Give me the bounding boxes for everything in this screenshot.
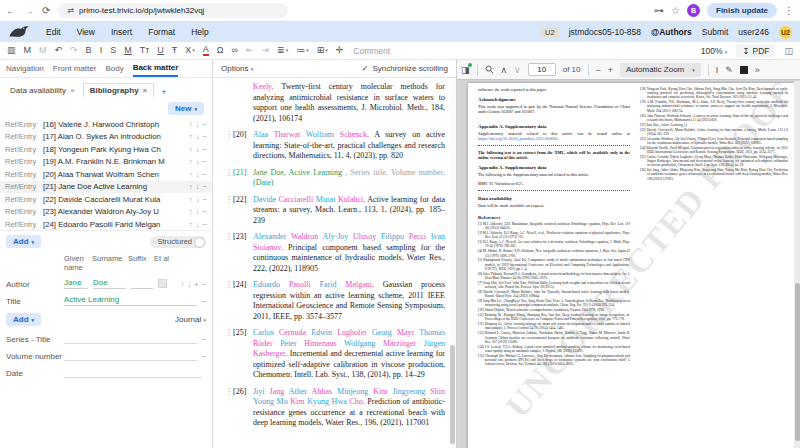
italic-icon[interactable]: I xyxy=(100,46,103,55)
remove-row-icon[interactable]: − xyxy=(203,207,207,216)
more-tools-icon[interactable]: » xyxy=(755,65,760,75)
browser-profile-avatar[interactable]: B xyxy=(687,4,700,17)
strikethrough-icon[interactable]: Ŧ xyxy=(172,46,178,55)
back-icon[interactable]: ← xyxy=(6,6,16,16)
reference-entry[interactable]: ⋮[21]Jane Doe, Active Learning , Series … xyxy=(226,168,445,189)
close-icon[interactable]: × xyxy=(70,86,75,95)
zoom-out-icon[interactable]: − xyxy=(596,65,601,75)
move-up-icon[interactable]: ↑ xyxy=(189,145,193,154)
new-entry-button[interactable]: New▾ xyxy=(168,102,204,115)
doi-link[interactable]: https://doi.org/10.1016/j.jstmdocs.2025.… xyxy=(478,136,559,141)
reload-icon[interactable]: ⟳ xyxy=(42,6,50,16)
pdf-sidebar-toggle-icon[interactable]: ◨ xyxy=(461,65,470,75)
row-reference-text[interactable]: [21] Jane Doe Active Learning xyxy=(43,182,186,191)
suffix-field[interactable] xyxy=(131,278,153,289)
forward-icon[interactable]: → xyxy=(24,6,34,16)
reference-row[interactable]: Ref/Entry[21] Jane Doe Active Learning↑↓… xyxy=(0,181,212,194)
zoom-select-dropdown[interactable]: Automatic Zoom▾ xyxy=(620,63,701,77)
row-reference-text[interactable]: [17] Alan O. Sykes An introduction xyxy=(43,132,186,141)
move-down-icon[interactable]: ↓ xyxy=(196,157,200,166)
menu-edit[interactable]: Edit xyxy=(46,27,61,37)
find-next-icon[interactable]: ∨ xyxy=(514,65,521,75)
link-icon[interactable]: ∞ xyxy=(232,46,238,55)
underline-icon[interactable]: U xyxy=(157,46,164,55)
passkey-icon[interactable]: ⊶ xyxy=(654,6,664,16)
move-up-icon[interactable]: ↑ xyxy=(189,220,193,229)
move-up-icon[interactable]: ↑ xyxy=(189,182,193,191)
reference-entry[interactable]: ⋮[24]Edoardo Pasolli Farid Melgani, Gaus… xyxy=(226,280,445,322)
volume-number-field[interactable] xyxy=(64,350,197,361)
site-settings-icon[interactable]: ⇄ xyxy=(67,6,74,15)
reference-entry[interactable]: ⋮[22]Davide Cacciarelli Murat Kulahci, A… xyxy=(226,195,445,227)
move-down-icon[interactable]: ↓ xyxy=(196,195,200,204)
move-down-icon[interactable]: ↓ xyxy=(196,145,200,154)
move-down-icon[interactable]: ↓ xyxy=(187,280,191,289)
reference-entry[interactable]: ⋮[25]Carlos Cernuda Edwin Lughofer Georg… xyxy=(226,328,445,381)
move-up-icon[interactable]: ↑ xyxy=(189,157,193,166)
pdf-scrollbar[interactable] xyxy=(794,81,800,448)
row-reference-text[interactable]: [18] Yongeun Park Kyung Hwa Ch xyxy=(43,145,186,154)
url-text[interactable]: primo-test.trivic.io/dp/jwtwkleh32vqj xyxy=(79,6,204,15)
structured-toggle[interactable]: Structured xyxy=(150,236,206,248)
comment-button[interactable]: Comment xyxy=(353,46,390,56)
export-pdf-button[interactable]: ↧PDF xyxy=(736,45,775,57)
drag-handle-icon[interactable]: ⋮ xyxy=(225,168,233,179)
remove-row-icon[interactable]: − xyxy=(203,157,207,166)
add-entry-button[interactable]: Add▾ xyxy=(6,235,41,248)
user-avatar[interactable]: U2 xyxy=(779,26,792,39)
reference-entry[interactable]: ⋮[26]Jiyi Jang Ather Abbas Minjeong Kim … xyxy=(226,387,445,429)
menu-help[interactable]: Help xyxy=(191,27,208,37)
surname-field[interactable]: Doe xyxy=(93,278,126,289)
row-reference-text[interactable]: [24] Edoardo Pasolli Farid Melgan xyxy=(43,220,186,229)
add-section-tab-button[interactable]: + xyxy=(156,87,171,97)
remove-author-icon[interactable]: − xyxy=(202,280,206,289)
tab-bibliography[interactable]: Bibliography× xyxy=(83,83,155,97)
options-dropdown[interactable]: Options ▾ xyxy=(221,64,253,73)
reference-entry[interactable]: Keely, Twenty-first century molecular me… xyxy=(226,82,445,124)
reference-row[interactable]: Ref/Entry[20] Alaa Tharwat Wolfram Schen… xyxy=(0,168,212,181)
menu-format[interactable]: Format xyxy=(148,27,175,37)
et-al-checkbox[interactable] xyxy=(158,279,167,288)
synchronize-scrolling-checkbox[interactable]: ✓Synchronize scrolling xyxy=(362,64,448,73)
authors-mention-button[interactable]: @Authors xyxy=(651,27,692,37)
move-down-icon[interactable]: ↓ xyxy=(196,220,200,229)
remove-row-icon[interactable]: − xyxy=(203,120,207,129)
submit-button[interactable]: Submit xyxy=(702,27,728,37)
insert-icon[interactable]: ✛ xyxy=(336,46,344,55)
drag-handle-icon[interactable]: ⋮ xyxy=(225,130,233,141)
move-down-icon[interactable]: ↓ xyxy=(196,132,200,141)
reference-type-dropdown[interactable]: Journal ▾ xyxy=(175,315,206,324)
close-icon[interactable]: × xyxy=(143,86,148,95)
move-down-icon[interactable]: ↓ xyxy=(196,207,200,216)
move-down-icon[interactable]: ↓ xyxy=(196,182,200,191)
zoom-control[interactable]: 100% ▾ xyxy=(701,46,728,56)
drag-handle-icon[interactable]: ⋮ xyxy=(225,328,233,339)
reference-entry[interactable]: ⋮[20]Alaa Tharwat Wolfram Schenck, A sur… xyxy=(226,130,445,162)
address-bar[interactable]: ⇄ primo-test.trivic.io/dp/jwtwkleh32vqj xyxy=(58,3,288,18)
row-reference-text[interactable]: [19] A.M. Franklin N.E. Brinkman M xyxy=(43,157,186,166)
browser-menu-icon[interactable]: ⋮ xyxy=(784,6,794,16)
redo-icon[interactable]: ↷ xyxy=(70,46,78,55)
add-author-icon[interactable]: + xyxy=(194,280,198,289)
move-down-icon[interactable]: ↓ xyxy=(196,120,200,129)
move-up-icon[interactable]: ↑ xyxy=(189,195,193,204)
remove-row-icon[interactable]: − xyxy=(203,182,207,191)
reference-row[interactable]: Ref/Entry[17] Alan O. Sykes An introduct… xyxy=(0,131,212,144)
move-up-icon[interactable]: ↑ xyxy=(189,132,193,141)
split-view-icon[interactable]: ◫ xyxy=(784,46,793,56)
list-icon[interactable]: ≔▾ xyxy=(296,46,309,55)
date-field[interactable] xyxy=(64,367,202,378)
scrollbar-thumb[interactable] xyxy=(795,283,800,441)
reference-row[interactable]: Ref/Entry[22] Davide Cacciarelli Murat K… xyxy=(0,193,212,206)
draw-tool-icon[interactable]: ✎ xyxy=(725,65,733,75)
search-icon[interactable] xyxy=(485,65,494,74)
find-previous-icon[interactable]: ∧ xyxy=(501,65,508,75)
bold-icon[interactable]: B xyxy=(86,46,92,55)
remove-row-icon[interactable]: − xyxy=(203,132,207,141)
series-title-field[interactable] xyxy=(64,333,197,344)
reference-row[interactable]: Ref/Entry[23] Alexander Waldron Aly-Joy … xyxy=(0,206,212,219)
page-number-input[interactable]: 10 xyxy=(528,63,556,76)
marker-prev-icon[interactable]: M xyxy=(24,46,32,55)
tab-front-matter[interactable]: Front matter xyxy=(53,61,97,76)
reference-row[interactable]: Ref/Entry[24] Edoardo Pasolli Farid Melg… xyxy=(0,218,212,230)
